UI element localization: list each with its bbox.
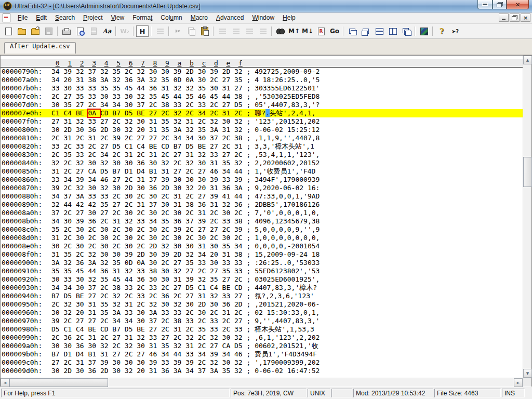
hex-byte[interactable]: 2C: [137, 234, 149, 242]
hex-byte[interactable]: 30: [210, 259, 222, 267]
hex-byte[interactable]: 36: [137, 159, 149, 167]
hex-byte[interactable]: 31: [125, 300, 137, 309]
hex-byte[interactable]: 38: [234, 134, 246, 142]
hex-byte[interactable]: 2C: [63, 358, 75, 367]
hex-byte[interactable]: 33: [161, 309, 173, 317]
hex-row-000007f0[interactable]: 000007f0h:27313233272C3230313532312C3230…: [1, 117, 523, 126]
hex-byte[interactable]: 0D: [174, 76, 185, 84]
hex-byte[interactable]: D5: [100, 167, 112, 176]
hex-byte[interactable]: 36: [137, 275, 149, 284]
hex-byte[interactable]: 2C: [234, 151, 246, 159]
hex-byte[interactable]: 33: [222, 259, 234, 267]
hex-byte[interactable]: 2C: [234, 209, 246, 217]
hex-byte[interactable]: 32: [161, 159, 173, 167]
ascii-column[interactable]: 樟木头站',1,53,3: [255, 325, 314, 333]
hex-byte[interactable]: 37: [185, 217, 197, 225]
hex-byte[interactable]: 44: [234, 192, 246, 201]
hex-byte[interactable]: 32: [88, 250, 100, 259]
cascade-windows-button[interactable]: [346, 25, 358, 37]
hex-byte[interactable]: 30: [222, 117, 234, 126]
hex-byte[interactable]: 2D: [137, 250, 149, 259]
hex-byte[interactable]: 2C: [185, 225, 197, 234]
hex-byte[interactable]: 46: [149, 350, 161, 358]
hex-byte[interactable]: C4: [137, 142, 149, 151]
hex-byte[interactable]: 35: [198, 325, 210, 334]
hex-byte[interactable]: 36: [125, 76, 137, 84]
hex-byte[interactable]: 30: [63, 84, 75, 92]
hex-row-000009d0[interactable]: 000009d0h:302D30362D30322031363A34373A35…: [1, 367, 523, 375]
ascii-column[interactable]: 4407,83,3,'樟木?: [255, 284, 317, 291]
ascii-column[interactable]: 5,0,0,0,0,9,'',9: [255, 225, 320, 233]
hex-byte[interactable]: 2C: [161, 317, 173, 325]
hex-byte[interactable]: 32: [234, 126, 246, 134]
hex-byte[interactable]: 2C: [88, 142, 100, 151]
hex-byte[interactable]: 30: [88, 184, 100, 192]
hex-byte[interactable]: 39: [234, 225, 246, 234]
hex-byte[interactable]: 2C: [161, 225, 173, 234]
hex-byte[interactable]: 34: [149, 217, 161, 225]
hex-byte[interactable]: 39: [185, 358, 197, 367]
color-settings-button[interactable]: [418, 25, 430, 37]
hex-byte[interactable]: 2C: [185, 325, 197, 334]
hex-byte[interactable]: 2C: [125, 292, 137, 300]
hex-byte[interactable]: 30: [149, 159, 161, 167]
hex-byte[interactable]: 27: [210, 225, 222, 234]
hex-byte[interactable]: 30: [63, 217, 75, 225]
hex-byte[interactable]: 27: [234, 292, 246, 300]
hex-byte[interactable]: 31: [161, 84, 173, 92]
ascii-column[interactable]: ,1,1,9,'',4407,8: [255, 134, 320, 142]
hex-byte[interactable]: 31: [51, 167, 63, 176]
hex-byte[interactable]: D5: [234, 342, 246, 350]
hex-byte[interactable]: 27: [76, 101, 88, 109]
hex-byte[interactable]: 34: [125, 317, 137, 325]
hex-byte[interactable]: 2C: [125, 68, 137, 76]
hex-byte[interactable]: 30: [112, 250, 124, 259]
hex-byte[interactable]: 2C: [174, 292, 185, 300]
hex-byte[interactable]: 36: [88, 367, 100, 375]
hex-byte[interactable]: 32: [234, 358, 246, 367]
horizontal-scroll-thumb[interactable]: [9, 378, 108, 387]
hex-byte[interactable]: 0A: [185, 76, 197, 84]
hex-row-00000890[interactable]: 00000890h:3244424235272C3137303138363132…: [1, 201, 523, 209]
hex-byte[interactable]: 39: [210, 350, 222, 358]
hex-byte[interactable]: 2C: [112, 234, 124, 242]
hex-byte[interactable]: 30: [161, 275, 173, 284]
menu-macro[interactable]: Macro: [187, 12, 212, 23]
hex-byte[interactable]: 2C: [198, 117, 210, 126]
hex-byte[interactable]: 27: [174, 259, 185, 267]
hex-byte[interactable]: 30: [125, 192, 137, 201]
hex-byte[interactable]: 46: [234, 350, 246, 358]
hex-byte[interactable]: 27: [100, 209, 112, 217]
hex-byte[interactable]: 30: [198, 159, 210, 167]
hex-byte[interactable]: 2C: [76, 334, 88, 342]
hex-row-000007b0[interactable]: 000007b0h:333033333535454436313232353031…: [1, 84, 523, 92]
hex-byte[interactable]: 31: [174, 325, 185, 334]
hex-byte[interactable]: 2C: [222, 225, 234, 234]
hex-byte[interactable]: 34: [63, 176, 75, 184]
goto-button[interactable]: Go: [328, 25, 341, 37]
hex-byte[interactable]: 39: [174, 68, 185, 76]
hex-byte[interactable]: 2C: [234, 309, 246, 317]
menu-search[interactable]: Search: [51, 12, 79, 23]
hex-byte[interactable]: 31: [174, 275, 185, 284]
hex-byte[interactable]: 30: [149, 225, 161, 234]
hex-byte[interactable]: 27: [198, 225, 210, 234]
hex-byte[interactable]: 35: [63, 250, 75, 259]
ascii-column[interactable]: 2,20200602,20152: [255, 159, 320, 167]
hex-byte[interactable]: D5: [125, 109, 137, 117]
hex-byte[interactable]: 2C: [63, 234, 75, 242]
hex-byte[interactable]: 45: [76, 267, 88, 275]
hex-byte[interactable]: 27: [137, 350, 149, 358]
hex-byte[interactable]: 31: [210, 201, 222, 209]
hex-byte[interactable]: 2C: [100, 134, 112, 142]
hex-byte[interactable]: D5: [112, 142, 124, 151]
hex-byte[interactable]: 30: [222, 234, 234, 242]
hex-byte[interactable]: 30: [125, 159, 137, 167]
hex-byte[interactable]: 27: [198, 167, 210, 176]
hex-byte[interactable]: 2C: [100, 334, 112, 342]
hex-byte[interactable]: 27: [161, 334, 173, 342]
hex-row-00000860[interactable]: 00000860h:3334393446272C3137393030303933…: [1, 176, 523, 184]
hex-byte[interactable]: 27: [222, 101, 234, 109]
hex-byte[interactable]: 3A: [112, 309, 124, 317]
hex-byte[interactable]: 2C: [63, 142, 75, 151]
